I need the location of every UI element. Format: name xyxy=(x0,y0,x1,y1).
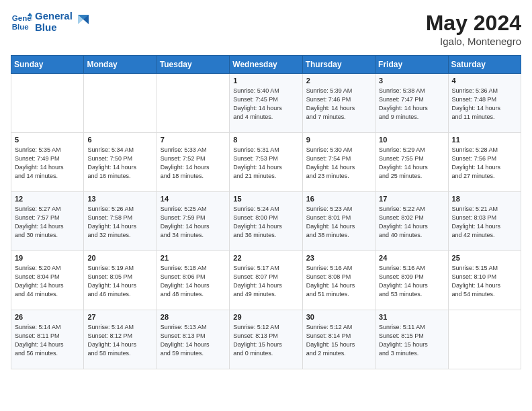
day-info: Sunrise: 5:25 AM Sunset: 7:59 PM Dayligh… xyxy=(161,205,226,240)
logo: General Blue General Blue xyxy=(11,11,91,33)
day-info: Sunrise: 5:35 AM Sunset: 7:49 PM Dayligh… xyxy=(15,146,80,181)
day-info: Sunrise: 5:14 AM Sunset: 8:12 PM Dayligh… xyxy=(87,323,152,358)
day-cell: 12Sunrise: 5:27 AM Sunset: 7:57 PM Dayli… xyxy=(11,192,84,251)
day-number: 22 xyxy=(233,254,298,262)
day-info: Sunrise: 5:15 AM Sunset: 8:10 PM Dayligh… xyxy=(452,264,517,299)
day-cell: 28Sunrise: 5:13 AM Sunset: 8:13 PM Dayli… xyxy=(157,310,229,369)
day-cell: 16Sunrise: 5:23 AM Sunset: 8:01 PM Dayli… xyxy=(302,192,375,251)
day-number: 24 xyxy=(379,254,444,262)
logo-icon: General Blue xyxy=(11,11,32,33)
day-cell xyxy=(157,74,229,133)
day-number: 10 xyxy=(379,136,444,144)
day-cell: 1Sunrise: 5:40 AM Sunset: 7:45 PM Daylig… xyxy=(230,74,302,133)
day-number: 31 xyxy=(379,313,444,321)
day-cell: 13Sunrise: 5:26 AM Sunset: 7:58 PM Dayli… xyxy=(84,192,157,251)
day-info: Sunrise: 5:23 AM Sunset: 8:01 PM Dayligh… xyxy=(306,205,371,240)
day-cell: 6Sunrise: 5:34 AM Sunset: 7:50 PM Daylig… xyxy=(84,133,157,192)
day-cell: 8Sunrise: 5:31 AM Sunset: 7:53 PM Daylig… xyxy=(230,133,302,192)
logo-line2: Blue xyxy=(35,22,73,34)
day-info: Sunrise: 5:30 AM Sunset: 7:54 PM Dayligh… xyxy=(306,146,371,181)
day-info: Sunrise: 5:28 AM Sunset: 7:56 PM Dayligh… xyxy=(452,146,517,181)
day-number: 6 xyxy=(87,136,152,144)
day-cell xyxy=(84,74,157,133)
day-number: 15 xyxy=(233,195,298,203)
day-info: Sunrise: 5:36 AM Sunset: 7:48 PM Dayligh… xyxy=(452,87,517,122)
header-thursday: Thursday xyxy=(302,56,375,74)
day-number: 13 xyxy=(87,195,152,203)
day-number: 25 xyxy=(452,254,517,262)
day-number: 27 xyxy=(87,313,152,321)
day-info: Sunrise: 5:38 AM Sunset: 7:47 PM Dayligh… xyxy=(379,87,444,122)
day-cell: 14Sunrise: 5:25 AM Sunset: 7:59 PM Dayli… xyxy=(157,192,229,251)
day-cell: 25Sunrise: 5:15 AM Sunset: 8:10 PM Dayli… xyxy=(448,251,521,310)
day-info: Sunrise: 5:29 AM Sunset: 7:55 PM Dayligh… xyxy=(379,146,444,181)
day-cell: 18Sunrise: 5:21 AM Sunset: 8:03 PM Dayli… xyxy=(448,192,521,251)
day-cell: 20Sunrise: 5:19 AM Sunset: 8:05 PM Dayli… xyxy=(84,251,157,310)
calendar-body: 1Sunrise: 5:40 AM Sunset: 7:45 PM Daylig… xyxy=(11,74,521,369)
day-info: Sunrise: 5:18 AM Sunset: 8:06 PM Dayligh… xyxy=(161,264,226,299)
header-sunday: Sunday xyxy=(11,56,84,74)
day-cell: 29Sunrise: 5:12 AM Sunset: 8:13 PM Dayli… xyxy=(230,310,302,369)
day-info: Sunrise: 5:27 AM Sunset: 7:57 PM Dayligh… xyxy=(15,205,80,240)
header-saturday: Saturday xyxy=(448,56,521,74)
location: Igalo, Montenegro xyxy=(426,36,521,47)
day-number: 16 xyxy=(306,195,371,203)
day-number: 7 xyxy=(161,136,226,144)
calendar-header: SundayMondayTuesdayWednesdayThursdayFrid… xyxy=(11,56,521,74)
day-cell: 31Sunrise: 5:11 AM Sunset: 8:15 PM Dayli… xyxy=(375,310,448,369)
day-cell xyxy=(11,74,84,133)
day-cell: 11Sunrise: 5:28 AM Sunset: 7:56 PM Dayli… xyxy=(448,133,521,192)
day-info: Sunrise: 5:26 AM Sunset: 7:58 PM Dayligh… xyxy=(87,205,152,240)
day-cell: 7Sunrise: 5:33 AM Sunset: 7:52 PM Daylig… xyxy=(157,133,229,192)
header-tuesday: Tuesday xyxy=(157,56,229,74)
day-number: 26 xyxy=(15,313,80,321)
day-cell: 15Sunrise: 5:24 AM Sunset: 8:00 PM Dayli… xyxy=(230,192,302,251)
logo-flag-icon xyxy=(77,12,91,27)
header-friday: Friday xyxy=(375,56,448,74)
day-info: Sunrise: 5:31 AM Sunset: 7:53 PM Dayligh… xyxy=(233,146,298,181)
day-info: Sunrise: 5:21 AM Sunset: 8:03 PM Dayligh… xyxy=(452,205,517,240)
day-number: 5 xyxy=(15,136,80,144)
header-wednesday: Wednesday xyxy=(230,56,302,74)
day-cell: 21Sunrise: 5:18 AM Sunset: 8:06 PM Dayli… xyxy=(157,251,229,310)
day-cell: 9Sunrise: 5:30 AM Sunset: 7:54 PM Daylig… xyxy=(302,133,375,192)
day-cell: 22Sunrise: 5:17 AM Sunset: 8:07 PM Dayli… xyxy=(230,251,302,310)
title-block: May 2024 Igalo, Montenegro xyxy=(426,11,521,47)
day-cell: 5Sunrise: 5:35 AM Sunset: 7:49 PM Daylig… xyxy=(11,133,84,192)
header-monday: Monday xyxy=(84,56,157,74)
day-info: Sunrise: 5:34 AM Sunset: 7:50 PM Dayligh… xyxy=(87,146,152,181)
calendar-table: SundayMondayTuesdayWednesdayThursdayFrid… xyxy=(11,55,521,369)
day-info: Sunrise: 5:16 AM Sunset: 8:08 PM Dayligh… xyxy=(306,264,371,299)
day-cell: 24Sunrise: 5:16 AM Sunset: 8:09 PM Dayli… xyxy=(375,251,448,310)
day-cell: 2Sunrise: 5:39 AM Sunset: 7:46 PM Daylig… xyxy=(302,74,375,133)
day-info: Sunrise: 5:39 AM Sunset: 7:46 PM Dayligh… xyxy=(306,87,371,122)
day-number: 1 xyxy=(233,77,298,85)
day-info: Sunrise: 5:33 AM Sunset: 7:52 PM Dayligh… xyxy=(161,146,226,181)
day-info: Sunrise: 5:17 AM Sunset: 8:07 PM Dayligh… xyxy=(233,264,298,299)
day-number: 8 xyxy=(233,136,298,144)
day-info: Sunrise: 5:20 AM Sunset: 8:04 PM Dayligh… xyxy=(15,264,80,299)
day-number: 12 xyxy=(15,195,80,203)
day-cell: 30Sunrise: 5:12 AM Sunset: 8:14 PM Dayli… xyxy=(302,310,375,369)
day-cell: 4Sunrise: 5:36 AM Sunset: 7:48 PM Daylig… xyxy=(448,74,521,133)
day-info: Sunrise: 5:24 AM Sunset: 8:00 PM Dayligh… xyxy=(233,205,298,240)
day-info: Sunrise: 5:40 AM Sunset: 7:45 PM Dayligh… xyxy=(233,87,298,122)
day-number: 11 xyxy=(452,136,517,144)
week-row-2: 5Sunrise: 5:35 AM Sunset: 7:49 PM Daylig… xyxy=(11,133,521,192)
day-info: Sunrise: 5:12 AM Sunset: 8:13 PM Dayligh… xyxy=(233,323,298,358)
week-row-4: 19Sunrise: 5:20 AM Sunset: 8:04 PM Dayli… xyxy=(11,251,521,310)
day-number: 23 xyxy=(306,254,371,262)
day-cell xyxy=(448,310,521,369)
month-title: May 2024 xyxy=(426,11,521,36)
day-number: 20 xyxy=(87,254,152,262)
week-row-1: 1Sunrise: 5:40 AM Sunset: 7:45 PM Daylig… xyxy=(11,74,521,133)
day-info: Sunrise: 5:13 AM Sunset: 8:13 PM Dayligh… xyxy=(161,323,226,358)
svg-text:Blue: Blue xyxy=(12,22,30,30)
week-row-3: 12Sunrise: 5:27 AM Sunset: 7:57 PM Dayli… xyxy=(11,192,521,251)
day-cell: 27Sunrise: 5:14 AM Sunset: 8:12 PM Dayli… xyxy=(84,310,157,369)
week-row-5: 26Sunrise: 5:14 AM Sunset: 8:11 PM Dayli… xyxy=(11,310,521,369)
day-number: 18 xyxy=(452,195,517,203)
day-number: 17 xyxy=(379,195,444,203)
day-cell: 26Sunrise: 5:14 AM Sunset: 8:11 PM Dayli… xyxy=(11,310,84,369)
day-cell: 10Sunrise: 5:29 AM Sunset: 7:55 PM Dayli… xyxy=(375,133,448,192)
